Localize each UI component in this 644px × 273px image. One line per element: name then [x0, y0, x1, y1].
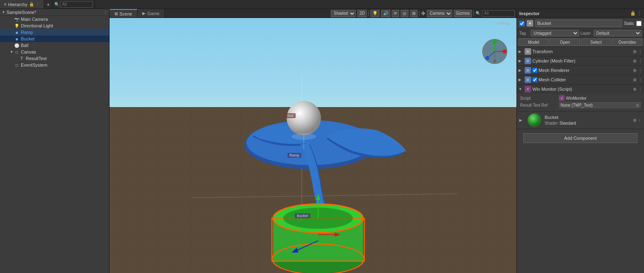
- result-text-field-row: Result Text Ref None (TMP_Text) ⊙: [520, 102, 641, 108]
- list-item[interactable]: ▶ 📷 Main Camera: [0, 16, 109, 22]
- transform-icon: ⊕: [525, 48, 531, 55]
- gizmo-widget[interactable]: Y: [482, 38, 508, 65]
- hierarchy-tab[interactable]: ≡ Hierarchy 🔒 ⋮: [0, 0, 44, 9]
- toolbar-separator: [368, 11, 369, 16]
- canvas-icon: □: [14, 49, 20, 55]
- scene-search-input[interactable]: [482, 10, 515, 17]
- mesh-filter-expand-icon: ▶: [518, 59, 523, 63]
- transform-settings-icon[interactable]: ⚙: [633, 49, 637, 54]
- layer-dropdown[interactable]: Default: [594, 30, 642, 36]
- win-monitor-menu-icon[interactable]: ⋮: [638, 87, 642, 92]
- inspector-panel: Inspector 🔒 ⋮ ■ Static Ta: [516, 9, 644, 273]
- tag-label: Tag: [519, 31, 529, 36]
- list-item[interactable]: ▶ 💡 Directional Light: [0, 22, 109, 29]
- list-item[interactable]: ▶ T ResultText: [0, 55, 109, 62]
- mesh-filter-menu-icon[interactable]: ⋮: [638, 59, 642, 63]
- hierarchy-add-button[interactable]: +: [44, 0, 53, 9]
- scene-viewport[interactable]: Ball Ramp Bucket < Persp: [110, 18, 516, 273]
- expand-icon: ▶: [10, 43, 14, 47]
- expand-icon: ▶: [10, 24, 14, 28]
- svg-text:Y: Y: [494, 38, 496, 41]
- gizmos-button[interactable]: Gizmos: [454, 10, 472, 17]
- tag-dropdown[interactable]: Untagged: [531, 30, 579, 36]
- transform-menu-icon[interactable]: ⋮: [638, 49, 642, 54]
- material-settings-icon[interactable]: ⚙: [633, 118, 637, 123]
- tab-game[interactable]: ▶ Game: [137, 9, 165, 18]
- material-menu-icon[interactable]: ⋮: [637, 118, 642, 123]
- win-monitor-expand-icon: ▼: [518, 87, 523, 91]
- search-icon: 🔍: [54, 2, 59, 7]
- overrides-button[interactable]: Overrides: [612, 38, 642, 46]
- svg-point-29: [493, 60, 496, 63]
- tab-scene[interactable]: ⊞ Scene: [110, 9, 137, 18]
- mesh-collider-expand-icon: ▶: [518, 78, 523, 82]
- cube-icon: ■: [14, 36, 20, 42]
- static-checkbox[interactable]: [636, 21, 642, 26]
- grid-toggle-btn[interactable]: ⊞: [410, 10, 417, 17]
- material-row: ▶ Bucket Shader Standard ⚙ ⋮: [519, 113, 642, 127]
- toolbar-separator3: [473, 11, 474, 16]
- mesh-filter-header[interactable]: ▶ ⊞ Cylinder (Mesh Filter) ⚙ ⋮: [517, 56, 644, 65]
- component-win-monitor: ▼ # Win Monitor (Script) ⚙ ⋮ Script # Wi…: [517, 85, 644, 112]
- hierarchy-search-area: 🔍: [53, 0, 95, 9]
- mesh-renderer-header[interactable]: ▶ ⊞ Mesh Renderer ⚙ ⋮: [517, 66, 644, 75]
- shading-mode-dropdown[interactable]: Shaded: [331, 10, 356, 17]
- mesh-filter-name: Cylinder (Mesh Filter): [532, 58, 633, 63]
- mesh-renderer-menu-icon[interactable]: ⋮: [638, 68, 642, 73]
- list-item[interactable]: ▶ ■ Ramp: [0, 29, 109, 36]
- scene-menu-icon[interactable]: ⋮: [103, 10, 108, 15]
- list-item[interactable]: ▶ ⚪ Ball: [0, 42, 109, 49]
- scene-name-item[interactable]: ▼ SampleScene* ⋮: [0, 9, 109, 16]
- object-name-input[interactable]: [535, 20, 622, 27]
- add-component-button[interactable]: Add Component: [523, 133, 637, 143]
- layer-label: Layer: [581, 31, 592, 36]
- toggle-2d-button[interactable]: 2D: [357, 10, 367, 17]
- item-label: Directional Light: [21, 23, 53, 28]
- add-component-container: Add Component: [517, 129, 644, 147]
- mesh-renderer-name: Mesh Renderer: [539, 68, 633, 73]
- light-toggle-btn[interactable]: 💡: [370, 10, 379, 17]
- win-monitor-settings-icon[interactable]: ⚙: [633, 87, 637, 92]
- mesh-renderer-settings-icon[interactable]: ⚙: [633, 68, 637, 73]
- inspector-title: Inspector: [519, 11, 540, 16]
- list-item[interactable]: ▼ □ Canvas: [0, 49, 109, 55]
- mesh-collider-menu-icon[interactable]: ⋮: [638, 78, 642, 82]
- lock-inspector-icon[interactable]: 🔒: [630, 11, 636, 16]
- script-field-label: Script: [520, 96, 559, 101]
- object-active-checkbox[interactable]: [519, 21, 525, 26]
- list-item[interactable]: ▶ □ EventSystem: [0, 62, 109, 68]
- mesh-renderer-expand-icon: ▶: [518, 68, 523, 72]
- component-mesh-filter: ▶ ⊞ Cylinder (Mesh Filter) ⚙ ⋮: [517, 56, 644, 66]
- mesh-collider-settings-icon[interactable]: ⚙: [633, 78, 637, 82]
- hierarchy-panel: ▼ SampleScene* ⋮ ▶ 📷 Main Camera ▶: [0, 9, 110, 273]
- open-button[interactable]: Open: [550, 38, 580, 46]
- model-button[interactable]: Model: [518, 38, 549, 46]
- inspector-menu-icon[interactable]: ⋮: [637, 11, 642, 16]
- inspector-header-bar: Inspector 🔒 ⋮: [517, 9, 644, 18]
- mesh-filter-settings-icon[interactable]: ⚙: [633, 59, 637, 63]
- list-item[interactable]: ▶ ■ Bucket: [0, 36, 109, 42]
- cube-icon: ■: [14, 29, 20, 35]
- object-icon: ■: [527, 20, 533, 27]
- expand-icon: ▶: [10, 37, 14, 41]
- select-button[interactable]: Select: [581, 38, 611, 46]
- effects-toggle-btn[interactable]: ⟳: [392, 10, 399, 17]
- item-label: Main Camera: [21, 17, 48, 22]
- audio-toggle-btn[interactable]: 🔊: [381, 10, 390, 17]
- result-text-value-container[interactable]: None (TMP_Text) ⊙: [559, 102, 641, 108]
- result-text-label: Result Text Ref: [520, 103, 559, 107]
- layers-toggle-btn[interactable]: ◎: [401, 10, 408, 17]
- scene-tab-label: Scene: [119, 11, 132, 16]
- win-monitor-header[interactable]: ▼ # Win Monitor (Script) ⚙ ⋮: [517, 85, 644, 94]
- shader-value: Standard: [559, 121, 576, 125]
- camera-dropdown[interactable]: Camera: [427, 10, 452, 17]
- component-mesh-renderer: ▶ ⊞ Mesh Renderer ⚙ ⋮: [517, 66, 644, 75]
- scene-tab-bar: ⊞ Scene ▶ Game Shaded 2D 💡 🔊: [110, 9, 516, 18]
- svg-point-25: [503, 49, 507, 54]
- result-text-circle-icon[interactable]: ⊙: [636, 103, 639, 107]
- mesh-collider-checkbox[interactable]: [532, 77, 537, 82]
- mesh-renderer-checkbox[interactable]: [532, 68, 537, 73]
- transform-header[interactable]: ▶ ⊕ Transform ⚙ ⋮: [517, 47, 644, 56]
- hierarchy-search-input[interactable]: [60, 1, 93, 8]
- mesh-collider-header[interactable]: ▶ ⊞ Mesh Collider ⚙ ⋮: [517, 75, 644, 84]
